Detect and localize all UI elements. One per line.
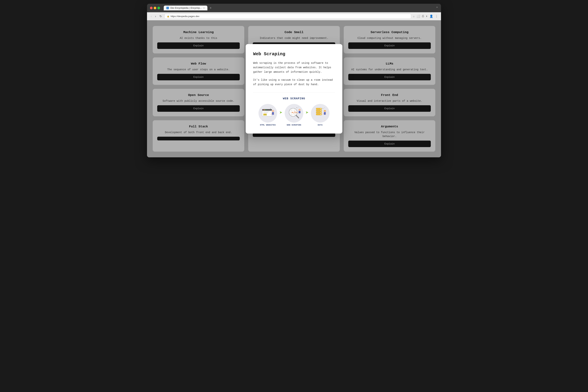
back-button[interactable]: ‹ (150, 14, 152, 18)
minimize-button[interactable] (154, 7, 156, 9)
url-text: https://devpedia.pages.dev (171, 15, 199, 18)
html-websites-label: HTML WEBSITES (260, 124, 276, 126)
svg-text:</>: </> (292, 111, 297, 114)
svg-point-9 (272, 110, 274, 112)
svg-point-22 (298, 109, 301, 111)
forward-button[interactable]: › (154, 14, 157, 18)
scraping-diagram: WEB SCRAPING (253, 92, 335, 126)
svg-point-35 (320, 114, 321, 115)
tab-favicon (166, 7, 169, 9)
svg-text:✧: ✧ (298, 106, 299, 108)
lock-icon: 🔒 (167, 15, 170, 18)
extensions-icon[interactable]: ⬜ (416, 14, 420, 18)
tab-close-icon[interactable]: ✕ (203, 7, 205, 9)
svg-text:✦: ✦ (322, 108, 323, 109)
maximize-button[interactable] (157, 7, 160, 9)
web-scraping-label: WEB SCRAPING (287, 124, 301, 126)
new-tab-button[interactable]: + (208, 6, 213, 10)
page-content: Machine Learning AI exists thanks to thi… (147, 20, 441, 157)
svg-text:✧: ✧ (272, 107, 273, 108)
svg-text:✧: ✧ (324, 107, 325, 108)
active-tab[interactable]: Dev Encyclopedia; | Encyclop... ✕ (164, 6, 207, 10)
modal-description: Web scraping is the process of using sof… (253, 61, 335, 74)
refresh-button[interactable]: ↻ (159, 14, 163, 18)
svg-point-29 (320, 108, 321, 109)
diagram-item-html: ✦ ✧ HTML WEBSITES (259, 104, 277, 126)
svg-rect-6 (263, 112, 269, 112)
bookmark-icon[interactable]: ☆ (413, 14, 415, 18)
traffic-lights (150, 7, 160, 9)
browser-window: Dev Encyclopedia; | Encyclop... ✕ + ⌃ ‹ … (147, 4, 441, 157)
svg-text:✦: ✦ (296, 107, 297, 108)
svg-point-3 (263, 110, 264, 110)
arrow-1: ➤ (279, 110, 283, 116)
data-svg: ✦ ✧ (311, 104, 329, 122)
svg-rect-7 (263, 112, 268, 113)
data-label: DATA (318, 124, 323, 126)
html-websites-svg: ✦ ✧ (259, 104, 277, 122)
modal-dialog: Web Scraping Web scraping is the process… (246, 44, 342, 134)
window-controls: ⌃ (436, 6, 438, 10)
svg-rect-38 (324, 112, 326, 115)
web-scraping-svg: </> ✦ ✧ (285, 104, 303, 122)
svg-point-33 (320, 112, 321, 113)
modal-overlay[interactable]: Web Scraping Web scraping is the process… (147, 20, 441, 157)
menu-icon[interactable]: ⋮ (435, 14, 438, 18)
html-websites-icon-wrapper: ✦ ✧ (259, 104, 277, 122)
svg-point-5 (265, 110, 266, 110)
svg-point-4 (264, 110, 265, 110)
share-icon[interactable]: ⎙ (422, 15, 424, 18)
data-icon-wrapper: ✦ ✧ (311, 104, 329, 122)
browser-titlebar: Dev Encyclopedia; | Encyclop... ✕ + ⌃ (147, 4, 441, 12)
web-scraping-icon-wrapper: </> ✦ ✧ (285, 104, 303, 122)
modal-analogy: It's like using a vacuum to clean up a r… (253, 78, 335, 87)
svg-point-31 (320, 110, 321, 111)
diagram-flow: ✦ ✧ HTML WEBSITES ➤ (253, 104, 335, 126)
toolbar-actions: ☆ ⬜ ⎙ ⬇ 👤 ⋮ (413, 14, 438, 18)
arrow-2: ➤ (305, 110, 309, 116)
svg-rect-23 (299, 111, 300, 113)
profile-icon[interactable]: 👤 (429, 14, 433, 18)
download-icon[interactable]: ⬇ (426, 14, 428, 18)
svg-text:✦: ✦ (270, 108, 271, 109)
tab-bar: Dev Encyclopedia; | Encyclop... ✕ + (164, 6, 434, 10)
diagram-title: WEB SCRAPING (253, 97, 335, 100)
diagram-item-data: ✦ ✧ DATA (311, 104, 329, 126)
tab-title: Dev Encyclopedia; | Encyclop... (170, 7, 202, 9)
close-button[interactable] (150, 7, 153, 9)
address-bar[interactable]: 🔒 https://devpedia.pages.dev (164, 14, 411, 19)
diagram-item-scraping: </> ✦ ✧ (285, 104, 303, 126)
browser-toolbar: ‹ › ↻ 🔒 https://devpedia.pages.dev ☆ ⬜ ⎙… (147, 12, 441, 20)
svg-rect-10 (272, 112, 274, 115)
modal-title: Web Scraping (253, 52, 335, 56)
